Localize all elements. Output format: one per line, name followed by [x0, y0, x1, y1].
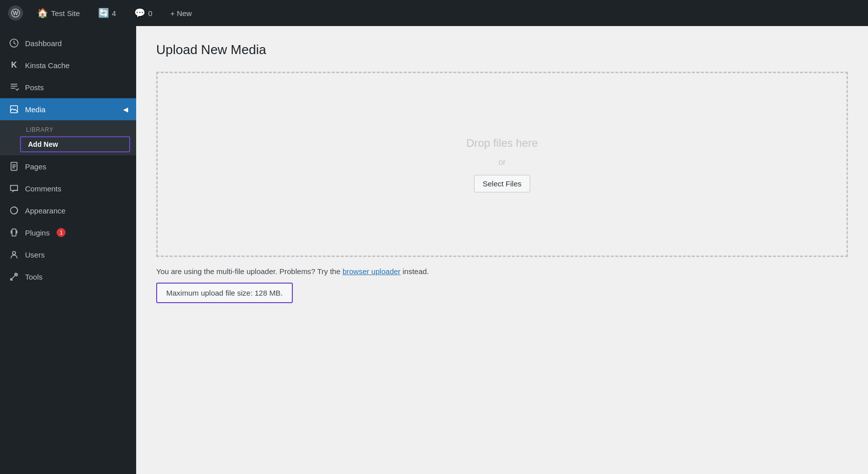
- library-label: Library: [0, 122, 136, 135]
- sidebar-item-label: Tools: [25, 273, 43, 281]
- svg-text:W: W: [13, 10, 19, 16]
- select-files-button[interactable]: Select Files: [474, 175, 530, 192]
- site-name-label: Test Site: [51, 9, 80, 18]
- admin-bar-updates[interactable]: 🔄 4: [94, 6, 120, 21]
- sidebar-item-pages[interactable]: Pages: [0, 155, 136, 177]
- tools-icon: [8, 271, 20, 283]
- main-layout: Dashboard K Kinsta Cache Posts Media ◀ L…: [0, 26, 868, 474]
- pages-icon: [8, 160, 20, 172]
- media-icon: [8, 103, 20, 115]
- users-icon: [8, 249, 20, 261]
- upload-drop-zone[interactable]: Drop files here or Select Files: [156, 72, 848, 257]
- plugins-badge: 1: [57, 228, 66, 237]
- sidebar-item-label: Dashboard: [25, 39, 62, 48]
- admin-bar: W 🏠 Test Site 🔄 4 💬 0 + New: [0, 0, 868, 26]
- media-submenu: Library Add New: [0, 120, 136, 155]
- sidebar-item-label: Posts: [25, 83, 44, 92]
- new-label: + New: [170, 9, 192, 18]
- posts-icon: [8, 81, 20, 93]
- sidebar-submenu-add-new[interactable]: Add New: [20, 136, 130, 152]
- admin-bar-site[interactable]: 🏠 Test Site: [33, 6, 84, 21]
- page-title: Upload New Media: [156, 42, 848, 58]
- svg-point-7: [13, 252, 16, 255]
- comments-sidebar-icon: [8, 182, 20, 194]
- sidebar-item-posts[interactable]: Posts: [0, 76, 136, 98]
- info-text-suffix: instead.: [400, 267, 429, 276]
- admin-bar-comments[interactable]: 💬 0: [130, 6, 156, 21]
- plugins-icon: [8, 226, 20, 239]
- wp-logo-icon[interactable]: W: [8, 6, 23, 21]
- sidebar-item-label: Media: [25, 105, 46, 114]
- content-area: Upload New Media Drop files here or Sele…: [136, 26, 868, 474]
- appearance-icon: [8, 204, 20, 216]
- sidebar-item-dashboard[interactable]: Dashboard: [0, 32, 136, 54]
- sidebar-item-appearance[interactable]: Appearance: [0, 199, 136, 221]
- kinsta-icon: K: [8, 59, 20, 71]
- sidebar: Dashboard K Kinsta Cache Posts Media ◀ L…: [0, 26, 136, 474]
- max-size-text: Maximum upload file size: 128 MB.: [166, 289, 283, 297]
- svg-rect-6: [12, 229, 16, 236]
- max-size-box: Maximum upload file size: 128 MB.: [156, 283, 293, 303]
- sidebar-item-media[interactable]: Media ◀: [0, 98, 136, 120]
- sidebar-item-label: Kinsta Cache: [25, 61, 70, 70]
- sidebar-item-label: Users: [25, 251, 45, 259]
- drop-files-text: Drop files here: [466, 137, 538, 150]
- comments-icon: 💬: [134, 8, 145, 19]
- updates-count: 4: [112, 9, 116, 18]
- info-text-prefix: You are using the multi-file uploader. P…: [156, 267, 342, 276]
- sidebar-item-label: Appearance: [25, 206, 66, 215]
- sidebar-item-users[interactable]: Users: [0, 244, 136, 266]
- sidebar-item-label: Comments: [25, 184, 62, 193]
- browser-uploader-link[interactable]: browser uploader: [342, 267, 400, 276]
- sidebar-item-tools[interactable]: Tools: [0, 266, 136, 288]
- dashboard-icon: [8, 37, 20, 49]
- admin-bar-new[interactable]: + New: [166, 7, 196, 20]
- sidebar-item-label: Pages: [25, 162, 47, 171]
- or-text: or: [499, 158, 506, 167]
- home-icon: 🏠: [37, 8, 48, 19]
- sidebar-item-kinsta[interactable]: K Kinsta Cache: [0, 54, 136, 76]
- uploader-info: You are using the multi-file uploader. P…: [156, 267, 848, 276]
- sidebar-item-comments[interactable]: Comments: [0, 177, 136, 199]
- sidebar-item-label: Plugins: [25, 228, 50, 237]
- updates-icon: 🔄: [98, 8, 109, 19]
- sidebar-item-plugins[interactable]: Plugins 1: [0, 221, 136, 244]
- comments-count: 0: [148, 9, 152, 18]
